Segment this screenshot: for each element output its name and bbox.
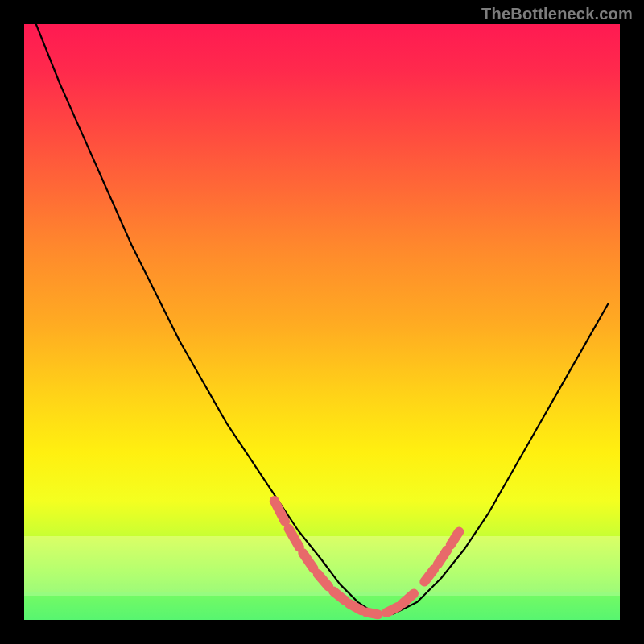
highlight-dash	[386, 607, 398, 613]
highlight-dash	[424, 569, 434, 582]
highlight-dash	[275, 501, 285, 522]
highlight-dash	[333, 592, 345, 601]
highlight-dash	[289, 529, 299, 547]
highlight-dash	[318, 574, 328, 587]
plot-area	[24, 24, 620, 620]
highlight-dash	[349, 604, 361, 610]
highlight-dashes	[275, 501, 459, 614]
highlight-dash	[403, 593, 414, 603]
bottleneck-curve	[36, 24, 608, 614]
attribution-label: TheBottleneck.com	[481, 5, 633, 23]
highlight-dash	[451, 532, 459, 545]
chart-svg	[24, 24, 620, 620]
chart-frame: TheBottleneck.com	[0, 0, 644, 644]
highlight-dash	[438, 550, 448, 564]
highlight-dash	[366, 612, 378, 614]
highlight-dash	[303, 553, 313, 568]
